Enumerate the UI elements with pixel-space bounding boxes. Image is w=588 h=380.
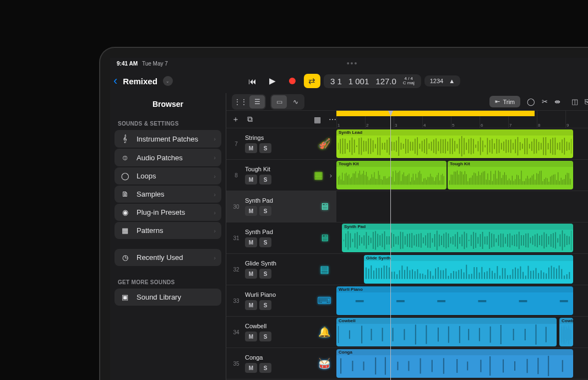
grid-view-button[interactable]: ⋮⋮ <box>233 95 248 108</box>
sidebar-item-label: Patterns <box>137 226 163 235</box>
track-header[interactable]: 7 Strings M S 🎻 <box>226 128 336 159</box>
svg-rect-123 <box>515 179 515 184</box>
track-header[interactable]: 34 Cowbell M S 🔔 <box>226 317 336 348</box>
mute-button[interactable]: M <box>245 300 257 310</box>
track-header[interactable]: 31 Synth Pad M S 🖥 <box>226 222 336 253</box>
trim-tool-button[interactable]: ⇤ Trim <box>489 96 520 107</box>
track-row[interactable]: 31 Synth Pad M S 🖥 Synth Pad <box>226 222 588 254</box>
loop-region[interactable] <box>336 111 535 116</box>
ruler-marker: 9 <box>567 123 569 128</box>
camera-icon[interactable]: ▦ <box>314 115 321 124</box>
lcd-extra[interactable]: 1234 ▲ <box>424 75 460 86</box>
track-row[interactable]: 34 Cowbell M S 🔔 Cowbell Cowbell <box>226 317 588 348</box>
region[interactable]: Cowbell <box>336 318 557 346</box>
ruler[interactable]: 123456789 <box>336 111 588 128</box>
play-button[interactable]: ▶ <box>264 74 281 88</box>
chevron-right-icon[interactable]: › <box>330 171 332 180</box>
record-button[interactable] <box>284 74 301 88</box>
track-row[interactable]: 35 Conga M S 🥁 Conga <box>226 348 588 379</box>
svg-rect-126 <box>520 179 520 184</box>
track-row[interactable]: 8 Tough Kit M S ▦ ›Tough Kit Tough Kit <box>226 160 588 191</box>
track-header[interactable]: 32 Glide Synth M S ▤ <box>226 254 336 285</box>
cycle-button[interactable]: ⇄ <box>304 74 320 88</box>
track-row[interactable]: 30 Synth Pad M S 🖥 <box>226 191 588 222</box>
duplicate-track-button[interactable]: ⧉ <box>247 115 253 124</box>
svg-rect-47 <box>401 181 401 185</box>
track-header[interactable]: 33 Wurli Piano M S ⌨ <box>226 285 336 316</box>
rewind-button[interactable]: ⏮ <box>244 74 261 88</box>
catch-icon[interactable]: ⎘ <box>585 97 588 106</box>
mute-button[interactable]: M <box>245 143 257 153</box>
add-track-button[interactable]: ＋ <box>232 115 239 124</box>
sidebar-item-audio-patches[interactable]: ⦶ Audio Patches › <box>115 149 221 166</box>
svg-rect-183 <box>425 275 426 279</box>
split-icon[interactable]: ⇼ <box>554 97 560 106</box>
sidebar-item-loops[interactable]: ◯ Loops › <box>115 167 221 184</box>
track-lane[interactable]: Synth Pad <box>336 222 588 253</box>
track-row[interactable]: 32 Glide Synth M S ▤ Glide Synth <box>226 254 588 285</box>
svg-rect-48 <box>402 175 402 185</box>
automation-view-button[interactable]: ∿ <box>288 95 303 108</box>
track-lane[interactable] <box>336 191 588 222</box>
lcd-display[interactable]: 3 1 1 001 127.0 4 / 4 C maj <box>324 74 421 88</box>
region[interactable]: Conga <box>336 349 573 378</box>
track-row[interactable]: 7 Strings M S 🎻 Synth Lead <box>226 128 588 160</box>
track-lane[interactable]: Synth Lead <box>336 128 588 159</box>
region-view-button[interactable]: ▭ <box>271 95 287 108</box>
sidebar-item-patterns[interactable]: ▦ Patterns › <box>115 222 221 239</box>
region[interactable]: Wurli Piano <box>336 286 573 315</box>
window-grabber-icon[interactable]: ••• <box>347 59 358 68</box>
svg-rect-43 <box>395 171 396 185</box>
solo-button[interactable]: S <box>259 300 271 310</box>
mute-button[interactable]: M <box>245 332 257 341</box>
svg-rect-236 <box>561 269 562 279</box>
solo-button[interactable]: S <box>259 363 271 373</box>
solo-button[interactable]: S <box>259 269 271 279</box>
track-row[interactable]: 33 Wurli Piano M S ⌨ Wurli Piano <box>226 285 588 317</box>
solo-button[interactable]: S <box>259 206 271 216</box>
region[interactable]: Glide Synth <box>364 255 573 284</box>
svg-rect-163 <box>373 270 374 279</box>
loop-tool-icon[interactable]: ◯ <box>527 97 535 106</box>
svg-rect-85 <box>457 171 458 185</box>
solo-button[interactable]: S <box>259 237 271 247</box>
solo-button[interactable]: S <box>259 332 271 341</box>
track-lane[interactable]: Cowbell Cowbell <box>336 317 588 348</box>
svg-rect-186 <box>433 276 434 279</box>
solo-button[interactable]: S <box>259 143 271 153</box>
sidebar-item-recently-used[interactable]: ◷ Recently Used › <box>115 249 221 266</box>
list-view-button[interactable]: ☰ <box>249 95 265 108</box>
track-lane[interactable]: Tough Kit Tough Kit <box>336 160 588 191</box>
sidebar-item-instrument-patches[interactable]: 𝄞 Instrument Patches › <box>115 130 221 148</box>
back-button[interactable]: ‹ Remixed ⌄ <box>110 74 173 88</box>
more-icon[interactable]: ⋯ <box>329 115 336 124</box>
chevron-down-icon[interactable]: ⌄ <box>163 76 173 86</box>
region[interactable]: Synth Lead <box>336 129 573 158</box>
marquee-icon[interactable]: ◫ <box>571 97 578 106</box>
scissors-icon[interactable]: ✂ <box>542 97 548 106</box>
mute-button[interactable]: M <box>245 175 257 184</box>
solo-button[interactable]: S <box>259 175 271 184</box>
region[interactable]: Cowbell <box>559 318 573 346</box>
mute-button[interactable]: M <box>245 237 257 247</box>
mute-button[interactable]: M <box>245 363 257 373</box>
track-header[interactable]: 35 Conga M S 🥁 <box>226 348 336 379</box>
track-header[interactable]: 8 Tough Kit M S ▦ › <box>226 160 336 191</box>
region[interactable]: Tough Kit <box>336 161 447 189</box>
region[interactable]: Tough Kit <box>448 161 573 189</box>
metronome-icon[interactable]: ▲ <box>449 78 455 84</box>
svg-rect-117 <box>506 175 507 185</box>
track-header[interactable]: 30 Synth Pad M S 🖥 <box>226 191 336 222</box>
track-lane[interactable]: Wurli Piano <box>336 285 588 316</box>
get-more-sounds-label: GET MORE SOUNDS <box>110 275 226 289</box>
svg-rect-206 <box>484 272 485 279</box>
sidebar-item-plug-in-presets[interactable]: ◉ Plug-in Presets › <box>115 204 221 221</box>
region[interactable]: Synth Pad <box>342 224 573 252</box>
track-lane[interactable]: Conga <box>336 348 588 379</box>
mute-button[interactable]: M <box>245 269 257 279</box>
track-lane[interactable]: Glide Synth <box>336 254 588 285</box>
playhead[interactable] <box>390 111 391 380</box>
sidebar-item-samples[interactable]: 🗎 Samples › <box>115 186 221 203</box>
mute-button[interactable]: M <box>245 206 257 216</box>
sidebar-item-sound-library[interactable]: ▣ Sound Library <box>115 289 221 306</box>
